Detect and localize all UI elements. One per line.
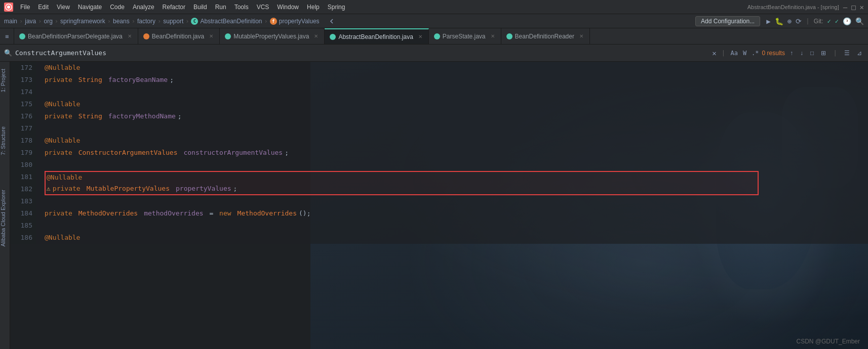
search-everywhere-icon[interactable]: 🔍 (855, 17, 864, 25)
search-bar: 🔍 ✕ | Aa W .* 0 results ↑ ↓ □ ⊞ | ☰ ⊿ (0, 45, 868, 62)
menu-run[interactable]: Run (212, 3, 229, 12)
breadcrumb-sep-2: › (55, 18, 58, 25)
tab-label-2: MutablePropertyValues.java (233, 33, 309, 40)
menu-build[interactable]: Build (190, 3, 210, 12)
svg-point-1 (7, 6, 10, 9)
code-line-185 (45, 220, 860, 232)
breadcrumb-property[interactable]: propertyValues (279, 18, 320, 25)
breadcrumb-support[interactable]: support (163, 18, 183, 25)
breadcrumb-factory[interactable]: factory (137, 18, 155, 25)
tab-close-1[interactable]: ✕ (208, 33, 214, 39)
sidebar-project-label[interactable]: 1: Project (0, 67, 7, 94)
code-line-182: ⚠ private MutablePropertyValues property… (45, 183, 759, 195)
tab-close-5[interactable]: ✕ (578, 33, 584, 39)
code-line-175: @Nullable (45, 98, 860, 110)
breadcrumb-springframework[interactable]: springframework (60, 18, 105, 25)
menu-tools[interactable]: Tools (231, 3, 252, 12)
search-clear-icon[interactable]: ✕ (712, 49, 716, 57)
breadcrumb-beans[interactable]: beans (113, 18, 130, 25)
filter-icon[interactable]: ⊞ (819, 49, 828, 58)
code-line-179: private ConstructorArgumentValues constr… (45, 147, 860, 159)
sidebar-toggle-icon[interactable]: ≡ (5, 33, 9, 40)
code-line-172: @Nullable (45, 62, 860, 74)
match-case-button[interactable]: Aa (730, 50, 737, 57)
whole-word-button[interactable]: W (743, 50, 746, 57)
app-logo (4, 3, 13, 12)
menu-code[interactable]: Code (107, 3, 128, 12)
tab-bean-definition-reader[interactable]: BeanDefinitionReader ✕ (501, 28, 590, 45)
next-result-button[interactable]: ↓ (798, 49, 805, 58)
menu-spring[interactable]: Spring (325, 3, 348, 12)
breadcrumb-sep-4: › (132, 18, 135, 25)
line-numbers: 172 173 174 175 176 177 178 179 180 181 … (10, 62, 36, 244)
code-line-176: private String factoryMethodName; (45, 110, 860, 122)
search-results: 0 results (762, 50, 785, 57)
close-search-button[interactable]: ☰ (842, 49, 852, 58)
menu-view[interactable]: View (54, 3, 73, 12)
clock-icon[interactable]: 🕐 (843, 17, 851, 25)
code-editor[interactable]: 172 173 174 175 176 177 178 179 180 181 … (10, 62, 868, 349)
prev-result-button[interactable]: ↑ (788, 49, 795, 58)
tab-close-2[interactable]: ✕ (313, 33, 319, 39)
code-line-174 (45, 86, 860, 98)
menu-edit[interactable]: Edit (35, 3, 52, 12)
breadcrumb-java[interactable]: java (25, 18, 36, 25)
breadcrumb-sep-7: › (264, 18, 268, 25)
breadcrumb-sep-1: › (38, 18, 42, 25)
toolbar-icons: ▶ 🐛 ⊕ ⟳ | Git: ✓ ✓ 🕐 🔍 (766, 17, 864, 25)
tab-abstract-bean-definition[interactable]: AbstractBeanDefinition.java ✕ (325, 28, 428, 45)
tab-close-3[interactable]: ✕ (417, 33, 423, 40)
menu-bar: File Edit View Navigate Code Analyze Ref… (0, 0, 868, 14)
coverage-icon[interactable]: ⊕ (787, 17, 792, 25)
tab-bean-definition-parser-delegate[interactable]: BeanDefinitionParserDelegate.java ✕ (14, 28, 138, 45)
warning-icon: ⚠ (47, 183, 51, 195)
menu-help[interactable]: Help (304, 3, 323, 12)
menu-window[interactable]: Window (274, 3, 302, 12)
debug-icon[interactable]: 🐛 (775, 17, 783, 25)
menu-navigate[interactable]: Navigate (75, 3, 105, 12)
search-icon: 🔍 (4, 49, 12, 57)
csdn-watermark: CSDN @GDUT_Ember (796, 338, 860, 345)
menu-analyze[interactable]: Analyze (130, 3, 157, 12)
tab-parse-state[interactable]: ParseState.java ✕ (429, 28, 501, 45)
tab-mutable-property-values[interactable]: MutablePropertyValues.java ✕ (220, 28, 325, 45)
tab-label-0: BeanDefinitionParserDelegate.java (28, 33, 123, 40)
code-line-180 (45, 159, 860, 171)
sidebar-structure-label[interactable]: 7: Structure (0, 124, 7, 157)
run-icon[interactable]: ▶ (766, 17, 770, 25)
menu-vcs[interactable]: VCS (254, 3, 272, 12)
funnel-icon[interactable]: ⊿ (855, 49, 864, 58)
breadcrumb-sep-6: › (185, 18, 189, 25)
code-line-186: @Nullable (45, 232, 860, 244)
menu-refactor[interactable]: Refactor (160, 3, 188, 12)
tab-close-0[interactable]: ✕ (127, 33, 133, 39)
left-sidebar: 1: Project 7: Structure Alibaba Cloud Ex… (0, 62, 10, 349)
add-configuration-button[interactable]: Add Configuration... (695, 16, 760, 26)
breadcrumb-abstract[interactable]: AbstractBeanDefinition (200, 18, 262, 25)
code-lines: @Nullable private String factoryBeanName… (36, 62, 868, 244)
breadcrumb-main[interactable]: main (4, 18, 17, 25)
profile-icon[interactable]: ⟳ (796, 17, 802, 25)
tab-label-3: AbstractBeanDefinition.java (338, 33, 413, 40)
code-line-181: @Nullable (45, 171, 759, 183)
abstract-bean-icon: C (191, 18, 198, 25)
breadcrumb-sep-3: › (107, 18, 111, 25)
code-line-184: private MethodOverrides methodOverrides … (45, 207, 860, 220)
annotation-172: @Nullable (45, 62, 80, 74)
menu-file[interactable]: File (17, 3, 33, 12)
sidebar-alibaba-label[interactable]: Alibaba Cloud Explorer (0, 188, 7, 249)
tab-bean-definition[interactable]: BeanDefinition.java ✕ (138, 28, 220, 45)
search-input[interactable] (15, 49, 709, 57)
tab-close-4[interactable]: ✕ (490, 33, 496, 39)
breadcrumb-sep-5: › (157, 18, 161, 25)
breadcrumb-org[interactable]: org (44, 18, 53, 25)
regex-button[interactable]: .* (752, 50, 759, 57)
find-options-icon[interactable]: □ (808, 49, 816, 58)
breadcrumb-sep-0: › (19, 18, 23, 25)
tab-label-1: BeanDefinition.java (152, 33, 204, 40)
tabs-bar: ≡ BeanDefinitionParserDelegate.java ✕ Be… (0, 28, 868, 45)
code-line-178: @Nullable (45, 135, 860, 147)
tab-label-5: BeanDefinitionReader (515, 33, 574, 40)
tab-label-4: ParseState.java (443, 33, 486, 40)
code-content: 172 173 174 175 176 177 178 179 180 181 … (10, 62, 868, 244)
